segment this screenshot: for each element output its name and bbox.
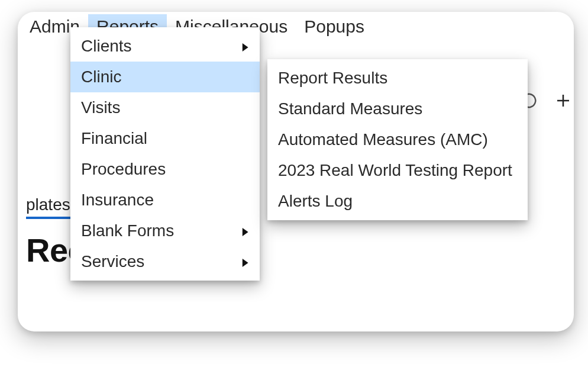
submenu-standard-measures[interactable]: Standard Measures <box>267 94 528 124</box>
menu-item-label: Automated Measures (AMC) <box>278 130 488 149</box>
menu-label: Popups <box>304 17 364 36</box>
menu-item-financial[interactable]: Financial <box>70 123 260 154</box>
menu-item-label: Alerts Log <box>278 192 353 211</box>
plus-icon <box>554 92 572 110</box>
tab-templates-cut[interactable]: plates <box>26 195 70 219</box>
submenu-2023-rwt-report[interactable]: 2023 Real World Testing Report <box>267 155 528 186</box>
menu-item-clients[interactable]: Clients <box>70 31 260 62</box>
menu-item-label: Clinic <box>81 67 121 86</box>
menu-item-label: Procedures <box>81 160 166 179</box>
menu-popups[interactable]: Popups <box>296 14 373 40</box>
menu-item-visits[interactable]: Visits <box>70 92 260 123</box>
menu-item-label: 2023 Real World Testing Report <box>278 161 512 180</box>
svg-marker-3 <box>243 228 248 236</box>
menu-item-label: Clients <box>81 37 132 56</box>
svg-marker-2 <box>243 43 248 51</box>
chevron-right-icon <box>241 252 249 271</box>
menu-item-label: Financial <box>81 129 147 148</box>
menu-item-label: Report Results <box>278 69 387 88</box>
menu-item-procedures[interactable]: Procedures <box>70 154 260 185</box>
menu-item-blank-forms[interactable]: Blank Forms <box>70 215 260 246</box>
submenu-automated-measures[interactable]: Automated Measures (AMC) <box>267 124 528 155</box>
menu-item-insurance[interactable]: Insurance <box>70 185 260 215</box>
chevron-right-icon <box>241 221 249 240</box>
add-button[interactable] <box>553 85 574 117</box>
menu-item-label: Services <box>81 252 144 271</box>
chevron-right-icon <box>241 37 249 56</box>
menu-item-label: Standard Measures <box>278 99 422 118</box>
menu-item-services[interactable]: Services <box>70 246 260 277</box>
submenu-alerts-log[interactable]: Alerts Log <box>267 186 528 217</box>
clinic-submenu: Report Results Standard Measures Automat… <box>267 59 528 220</box>
menu-item-label: Insurance <box>81 191 154 210</box>
menu-item-label: Blank Forms <box>81 221 174 240</box>
menu-item-clinic[interactable]: Clinic <box>70 62 260 92</box>
svg-marker-4 <box>243 259 248 267</box>
menu-item-label: Visits <box>81 98 120 117</box>
reports-dropdown: Clients Clinic Visits Financial Procedur… <box>70 27 260 281</box>
submenu-report-results[interactable]: Report Results <box>267 63 528 94</box>
